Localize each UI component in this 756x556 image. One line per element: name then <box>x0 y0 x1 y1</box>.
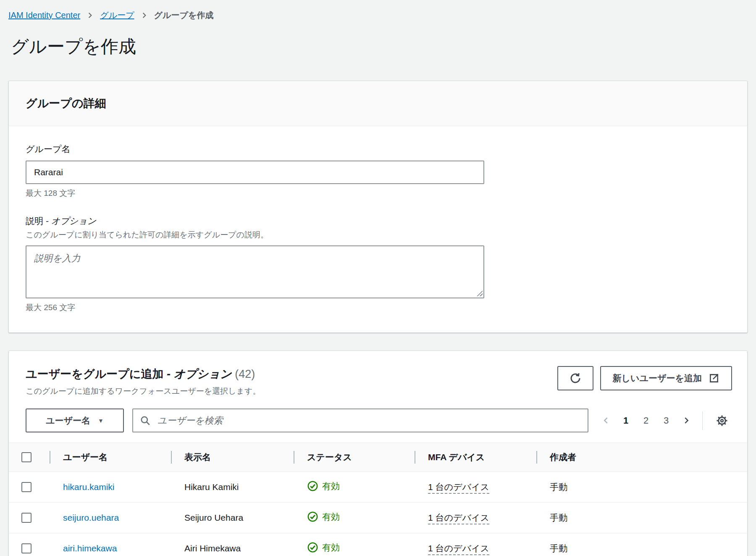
create-group-page: IAM Identity Center グループ グループを作成 グループを作成… <box>0 0 756 556</box>
description-hint: 最大 256 文字 <box>26 302 730 313</box>
status-badge: 有効 <box>307 511 340 523</box>
group-details-header: グループの詳細 <box>9 81 747 126</box>
check-circle-icon <box>307 542 318 553</box>
header-actions: 新しいユーザーを追加 <box>557 366 732 390</box>
username-link[interactable]: seijuro.uehara <box>63 513 119 522</box>
description-optional-label: - オプション <box>46 216 96 226</box>
group-name-label: グループ名 <box>26 143 730 155</box>
table-header-row: ユーザー名 表示名 ステータス MFA デバイス 作成者 <box>9 443 747 472</box>
add-new-user-button[interactable]: 新しいユーザーを追加 <box>600 366 732 390</box>
group-details-body: グループ名 最大 128 文字 説明 - オプション このグループに割り当てられ… <box>9 126 747 332</box>
column-header-username[interactable]: ユーザー名 <box>50 451 171 463</box>
check-circle-icon <box>307 511 318 522</box>
page-title: グループを作成 <box>11 34 748 59</box>
table-row: hikaru.kamiki Hikaru Kamiki 有効 1 台のデバイス … <box>9 472 747 503</box>
chevron-right-icon <box>141 12 147 18</box>
breadcrumb: IAM Identity Center グループ グループを作成 <box>8 0 748 21</box>
filter-attribute-dropdown[interactable]: ユーザー名 ▼ <box>26 408 124 432</box>
status-badge: 有効 <box>307 542 340 553</box>
refresh-button[interactable] <box>557 366 593 390</box>
creator-text: 手動 <box>536 543 747 554</box>
description-textarea[interactable] <box>26 245 484 298</box>
pagination-page-2[interactable]: 2 <box>638 412 654 429</box>
column-header-mfa-devices[interactable]: MFA デバイス <box>415 451 536 463</box>
user-count-badge: (42) <box>235 368 255 380</box>
refresh-icon <box>569 372 582 385</box>
pagination-prev-button[interactable] <box>597 412 614 429</box>
display-name-text: Hikaru Kamiki <box>171 482 294 492</box>
add-users-card: ユーザーをグループに追加 - オプション (42) このグループに追加するワーク… <box>8 350 748 556</box>
row-checkbox[interactable] <box>21 482 32 492</box>
breadcrumb-create-group: グループを作成 <box>154 9 214 21</box>
user-search-box[interactable] <box>132 408 588 432</box>
breadcrumb-groups[interactable]: グループ <box>100 9 134 21</box>
status-badge: 有効 <box>307 480 340 492</box>
column-header-display-name[interactable]: 表示名 <box>171 451 294 463</box>
mfa-device-link[interactable]: 1 台のデバイス <box>428 482 489 494</box>
pagination: 1 2 3 <box>597 411 732 431</box>
search-icon <box>140 415 151 426</box>
pagination-divider <box>702 411 703 430</box>
add-users-title-optional: - オプション <box>167 368 232 380</box>
username-link[interactable]: hikaru.kamiki <box>63 482 115 492</box>
display-name-text: Airi Himekawa <box>171 543 294 553</box>
breadcrumb-iam-identity-center[interactable]: IAM Identity Center <box>8 9 80 21</box>
username-link[interactable]: airi.himekawa <box>63 543 117 553</box>
chevron-right-icon <box>87 12 93 18</box>
row-checkbox[interactable] <box>21 543 32 553</box>
external-link-icon <box>709 373 719 384</box>
description-help-text: このグループに割り当てられた許可の詳細を示すグループの説明。 <box>26 229 730 240</box>
table-filter-row: ユーザー名 ▼ 1 2 3 <box>9 408 747 432</box>
description-label: 説明 - オプション <box>26 215 730 227</box>
mfa-device-link[interactable]: 1 台のデバイス <box>428 513 489 524</box>
table-row: airi.himekawa Airi Himekawa 有効 1 台のデバイス … <box>9 533 747 556</box>
pagination-next-button[interactable] <box>678 412 695 429</box>
mfa-device-link[interactable]: 1 台のデバイス <box>428 543 489 555</box>
column-header-creator[interactable]: 作成者 <box>536 451 747 463</box>
group-details-card: グループの詳細 グループ名 最大 128 文字 説明 - オプション このグルー… <box>8 81 748 333</box>
creator-text: 手動 <box>536 512 747 524</box>
gear-icon <box>715 414 729 427</box>
display-name-text: Seijuro Uehara <box>171 513 294 523</box>
pagination-page-3[interactable]: 3 <box>658 412 675 429</box>
select-all-checkbox[interactable] <box>21 452 32 462</box>
caret-down-icon: ▼ <box>98 417 104 424</box>
creator-text: 手動 <box>536 481 747 493</box>
add-users-title: ユーザーをグループに追加 - オプション (42) <box>26 366 557 382</box>
group-name-hint: 最大 128 文字 <box>26 188 730 199</box>
group-details-title: グループの詳細 <box>26 95 730 111</box>
table-settings-button[interactable] <box>712 411 732 431</box>
select-all-cell <box>9 452 50 462</box>
table-row: seijuro.uehara Seijuro Uehara 有効 1 台のデバイ… <box>9 503 747 533</box>
row-checkbox[interactable] <box>21 513 32 523</box>
pagination-page-1[interactable]: 1 <box>617 412 634 429</box>
check-circle-icon <box>307 480 318 492</box>
add-users-header: ユーザーをグループに追加 - オプション (42) このグループに追加するワーク… <box>9 351 747 397</box>
add-users-description: このグループに追加するワークフォースユーザーを選択します。 <box>26 385 557 397</box>
users-table: ユーザー名 表示名 ステータス MFA デバイス 作成者 hikaru.kami… <box>9 443 747 556</box>
column-header-status[interactable]: ステータス <box>294 451 415 463</box>
group-name-input[interactable] <box>26 161 484 184</box>
user-search-input[interactable] <box>157 415 581 427</box>
